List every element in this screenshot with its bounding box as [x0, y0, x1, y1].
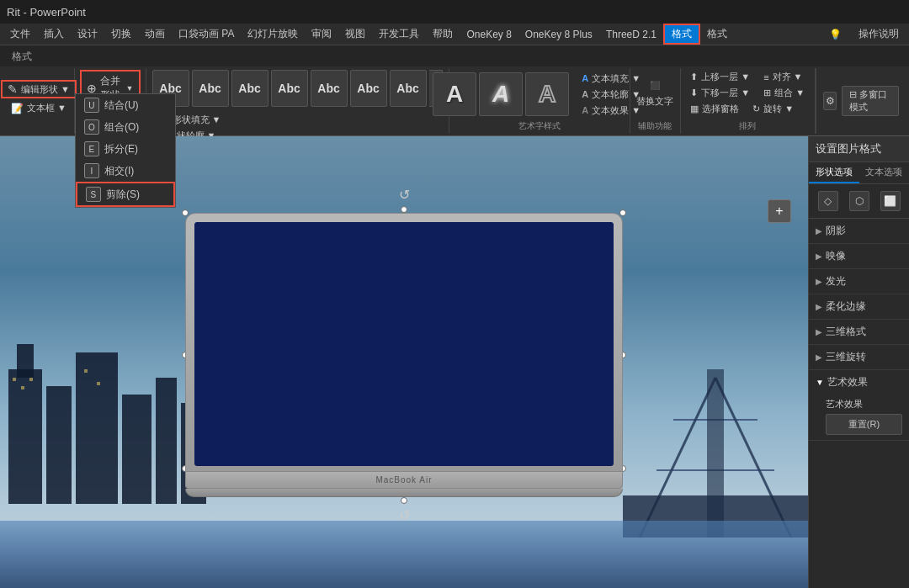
menu-transition[interactable]: 切换	[104, 25, 138, 43]
merge-shapes-arrow: ▼	[126, 84, 134, 93]
menu-format1[interactable]: 格式	[663, 24, 700, 45]
align-text: 对齐 ▼	[773, 71, 803, 83]
accordion-soft-edges-header[interactable]: ▶ 柔化边缘	[809, 294, 909, 319]
svg-rect-4	[122, 395, 152, 504]
reset-btn[interactable]: 重置(R)	[826, 414, 902, 435]
shape-style-2[interactable]: Abc	[192, 70, 229, 107]
handle-top	[185, 206, 623, 213]
shape-style-5[interactable]: Abc	[311, 70, 348, 107]
art-effect-label: 艺术效果	[827, 375, 868, 389]
menu-pocket[interactable]: 口袋动画 PA	[172, 25, 241, 43]
accordion-soft-edges: ▶ 柔化边缘	[809, 294, 909, 320]
3d-rotation-label: 三维旋转	[826, 350, 866, 364]
text-box-btn[interactable]: 📝 文本框 ▼	[6, 101, 72, 115]
screen-overlay	[194, 222, 614, 466]
selection-pane-btn[interactable]: ▦ 选择窗格	[685, 102, 744, 116]
plus-button[interactable]: +	[768, 199, 791, 223]
split-label: 拆分(E)	[104, 142, 138, 156]
handle-bottom-center[interactable]	[401, 497, 407, 504]
edit-shape-btn[interactable]: ✎ 编辑形状 ▼	[1, 80, 77, 98]
shape-style-7[interactable]: Abc	[390, 70, 427, 107]
multiwindow-btn[interactable]: ⊟ 多窗口模式	[842, 86, 899, 116]
intersect-label: 相交(I)	[104, 164, 134, 178]
menu-light[interactable]: 💡	[822, 27, 848, 42]
shape-style-4[interactable]: Abc	[271, 70, 308, 107]
merge-shapes-group: ⊕ 合并形状 ▼ U 结合(U) O 组合(O) E	[75, 68, 146, 109]
right-panel-title: 设置图片格式	[809, 136, 909, 162]
merge-item-split[interactable]: E 拆分(E)	[76, 138, 175, 160]
abc-buttons-row: Abc Abc Abc Abc Abc Abc Abc ▼	[152, 70, 443, 107]
move-down-btn[interactable]: ⬇ 下移一层 ▼	[685, 86, 755, 100]
move-down-text: 下移一层 ▼	[701, 87, 750, 99]
menu-onekey8plus[interactable]: OneKey 8 Plus	[518, 27, 599, 42]
menu-insert[interactable]: 插入	[37, 25, 71, 43]
rotate-handle-top[interactable]: ↺	[399, 187, 410, 203]
accordion-art-effect-header[interactable]: ▼ 艺术效果	[809, 370, 909, 395]
rotate-btn[interactable]: ↻ 旋转 ▼	[747, 102, 799, 116]
glow-label: 发光	[826, 274, 846, 289]
title-text: Rit - PowerPoint	[7, 6, 86, 19]
panel-icon-hex[interactable]: ⬡	[849, 191, 869, 211]
bridge-right	[623, 369, 808, 538]
accordion-3d-format-header[interactable]: ▶ 三维格式	[809, 320, 909, 344]
selection-pane-text: 选择窗格	[702, 103, 739, 115]
handle-top-center[interactable]	[401, 206, 407, 213]
merge-shapes-container: ⊕ 合并形状 ▼ U 结合(U) O 组合(O) E	[75, 68, 146, 134]
art-text-1[interactable]: A	[433, 72, 476, 116]
edit-shape-items: ✎ 编辑形状 ▼ 📝 文本框 ▼	[8, 80, 69, 129]
accordion-art-effect: ▼ 艺术效果 艺术效果 重置(R)	[809, 370, 909, 441]
menu-slideshow[interactable]: 幻灯片放映	[241, 25, 305, 43]
panel-icon-diamond[interactable]: ◇	[818, 191, 838, 211]
combine-o-icon: O	[84, 119, 99, 135]
laptop-container: ↺	[185, 187, 623, 523]
panel-icons-row: ◇ ⬡ ⬜	[809, 184, 909, 219]
handle-top-right[interactable]	[619, 209, 626, 216]
menu-help[interactable]: 帮助	[426, 25, 460, 43]
merge-item-subtract[interactable]: S 剪除(S)	[76, 182, 175, 207]
tab-format[interactable]: 格式	[3, 47, 40, 66]
accordion-reflection-header[interactable]: ▶ 映像	[809, 244, 909, 268]
accordion-3d-format: ▶ 三维格式	[809, 320, 909, 345]
menu-format2[interactable]: 格式	[700, 25, 734, 43]
merge-item-combine-u[interactable]: U 结合(U)	[76, 94, 175, 116]
toolbar-right: ⚙ ⊟ 多窗口模式	[816, 68, 906, 134]
tab-text-options[interactable]: 文本选项	[859, 162, 910, 183]
text-box-icon: 📝	[11, 103, 24, 114]
panel-icon-rect[interactable]: ⬜	[880, 191, 901, 211]
menu-design[interactable]: 设计	[71, 25, 104, 43]
art-text-2[interactable]: A	[479, 72, 523, 116]
shape-style-3[interactable]: Abc	[231, 70, 268, 107]
menu-review[interactable]: 审阅	[305, 25, 338, 43]
helper-items: ⬛ 替换文字	[631, 70, 678, 119]
svg-rect-1	[17, 344, 34, 378]
menu-animation[interactable]: 动画	[138, 25, 172, 43]
merge-item-combine-o[interactable]: O 组合(O)	[76, 116, 175, 138]
menu-onekey8[interactable]: OneKey 8	[460, 27, 518, 42]
rotate-handle-bottom[interactable]: ↺	[399, 507, 410, 523]
move-up-btn[interactable]: ⬆ 上移一层 ▼	[685, 70, 755, 84]
menu-view[interactable]: 视图	[338, 25, 372, 43]
group-btn[interactable]: ⊞ 组合 ▼	[758, 86, 810, 100]
tab-shape-options[interactable]: 形状选项	[809, 162, 859, 183]
art-text-3[interactable]: A	[525, 72, 569, 116]
accordion-3d-rotation-header[interactable]: ▶ 三维旋转	[809, 345, 909, 369]
laptop-body: MacBook Air	[185, 213, 623, 497]
ribbon-content: ✎ 编辑形状 ▼ 📝 文本框 ▼ ⊕ 合并形状 ▼	[0, 66, 909, 135]
merge-item-intersect[interactable]: I 相交(I)	[76, 160, 175, 182]
combine-o-label: 组合(O)	[104, 120, 139, 135]
align-btn[interactable]: ≡ 对齐 ▼	[758, 70, 807, 84]
menu-dev[interactable]: 开发工具	[372, 25, 426, 43]
move-up-text: 上移一层 ▼	[701, 71, 750, 83]
arrange-group: ⬆ 上移一层 ▼ ≡ 对齐 ▼ ⬇ 下移一层 ▼ ⊞ 组合 ▼	[681, 68, 816, 134]
replace-text-btn[interactable]: 替换文字	[631, 94, 678, 109]
shape-style-6[interactable]: Abc	[350, 70, 387, 107]
accordion-glow-header[interactable]: ▶ 发光	[809, 269, 909, 294]
reflection-label: 映像	[826, 249, 846, 263]
menu-threed[interactable]: ThreeD 2.1	[599, 27, 663, 42]
menu-file[interactable]: 文件	[3, 25, 37, 43]
menu-ops[interactable]: 操作说明	[852, 25, 906, 43]
arrange-label: 排列	[739, 119, 756, 132]
accordion-shadow-header[interactable]: ▶ 阴影	[809, 219, 909, 243]
soft-edges-label: 柔化边缘	[826, 299, 866, 314]
settings-btn[interactable]: ⚙	[823, 92, 837, 110]
